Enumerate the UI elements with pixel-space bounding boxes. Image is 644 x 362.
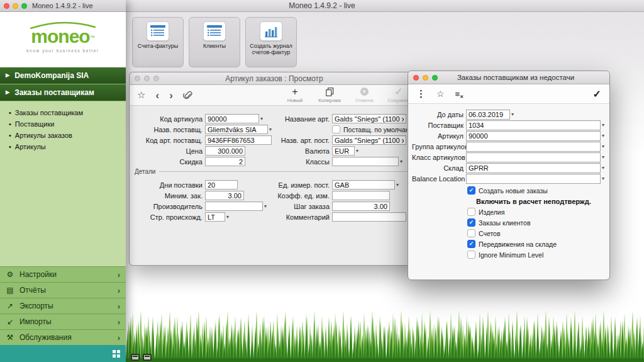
price-input[interactable] <box>205 146 245 156</box>
clear-filter-icon[interactable]: ≡✕ <box>455 89 460 99</box>
shortcut-clients-button[interactable]: Клиенты <box>189 17 240 67</box>
bar-chart-icon <box>260 21 282 41</box>
balance-location-input[interactable] <box>466 174 601 184</box>
unit-input[interactable] <box>332 180 395 189</box>
zoom-button[interactable] <box>153 76 159 81</box>
grid-icon[interactable] <box>113 350 120 358</box>
sidebar-bottom-menu: ⚙ Настройки › ▤ Отчёты › ↗ Экспорты › ↙ … <box>0 266 126 345</box>
article-code-input[interactable] <box>205 114 259 123</box>
dialog-toolbar: ⋮ ☆ ≡✕ ✓ <box>408 84 609 104</box>
menu-item-settings[interactable]: ⚙ Настройки › <box>0 266 126 282</box>
navigation-links: • Заказы поставщикам • Поставщики • Арти… <box>0 101 126 150</box>
copy-record-button[interactable]: Копирова <box>317 87 342 103</box>
article-window-title: Артикул заказов : Просмотр <box>130 74 419 83</box>
currency-input[interactable] <box>332 146 355 156</box>
stock-movements-checkbox[interactable]: ✓ <box>467 240 475 248</box>
close-button[interactable] <box>4 3 9 9</box>
dropdown-caret-icon[interactable]: ▾ <box>226 215 229 220</box>
shortcut-invoices-button[interactable]: Счета-фактуры <box>132 17 184 67</box>
navigator-titlebar: Moneo 1.4.9.2 - live <box>0 0 126 12</box>
paperclip-icon[interactable] <box>183 91 192 100</box>
minimized-window-icon[interactable] <box>143 354 152 361</box>
section-name: Заказы поставщикам <box>14 88 94 97</box>
menu-item-reports[interactable]: ▤ Отчёты › <box>0 282 126 298</box>
navigator-window: Moneo 1.4.9.2 - live moneo™ know your bu… <box>0 0 126 362</box>
close-button[interactable] <box>413 75 419 81</box>
sidebar-item-purchase-orders[interactable]: • Заказы поставщикам <box>9 109 126 116</box>
minimize-button[interactable] <box>13 3 18 9</box>
shortcut-label: Создать журнал счетов-фактур <box>246 43 296 56</box>
sidebar-bottom-bar <box>0 345 126 362</box>
article-name-input[interactable] <box>332 114 406 123</box>
supplier-article-code-input[interactable] <box>205 135 272 145</box>
dropdown-caret-icon[interactable]: ▾ <box>264 204 267 209</box>
article-group-input[interactable] <box>466 142 601 152</box>
products-checkbox[interactable]: ✓ <box>467 208 475 216</box>
chevron-right-icon: › <box>118 317 120 327</box>
until-date-input[interactable] <box>466 110 510 120</box>
order-step-input[interactable] <box>332 201 390 211</box>
service-icon: ⚒ <box>6 333 14 342</box>
invoices-checkbox[interactable]: ✓ <box>467 229 475 237</box>
shortcut-create-invoice-journal-button[interactable]: Создать журнал счетов-фактур <box>245 17 297 67</box>
dropdown-caret-icon[interactable]: ▾ <box>602 166 604 171</box>
dropdown-caret-icon[interactable]: ▾ <box>602 123 604 128</box>
menu-item-imports[interactable]: ↙ Импорты › <box>0 314 126 329</box>
supplier-name-input[interactable] <box>205 125 268 134</box>
favorite-star-icon[interactable]: ☆ <box>137 89 145 101</box>
section-arrow-icon: ▶ <box>6 90 9 95</box>
dropdown-caret-icon[interactable]: ▾ <box>260 116 263 122</box>
client-orders-checkbox[interactable]: ✓ <box>467 218 475 227</box>
supplier-article-name-input[interactable] <box>332 135 406 145</box>
origin-country-input[interactable] <box>205 212 225 222</box>
sidebar-item-articles[interactable]: • Артикулы <box>9 143 126 150</box>
dropdown-caret-icon[interactable]: ▾ <box>602 133 604 139</box>
close-button[interactable] <box>135 76 140 81</box>
field-label: Комментарий <box>273 213 332 221</box>
manufacturer-input[interactable] <box>205 201 263 211</box>
dropdown-caret-icon[interactable]: ▾ <box>602 176 604 181</box>
company-header[interactable]: ▶ DemoKompanija SIA <box>0 67 126 84</box>
dropdown-caret-icon[interactable]: ▾ <box>396 183 399 188</box>
sidebar-item-label: Поставщики <box>15 120 55 128</box>
new-record-button[interactable]: + Новый <box>282 87 308 103</box>
discount-input[interactable] <box>205 157 245 166</box>
dropdown-caret-icon[interactable]: ▾ <box>602 144 604 149</box>
zoom-button[interactable] <box>21 3 27 9</box>
favorite-star-icon[interactable]: ☆ <box>436 89 445 99</box>
sidebar-item-label: Артикулы <box>15 143 46 150</box>
client-orders-label: Заказы клиентов <box>479 219 530 227</box>
dropdown-caret-icon[interactable]: ▾ <box>269 127 272 132</box>
cancel-button[interactable]: ✕ Отмена <box>352 87 377 103</box>
dropdown-caret-icon[interactable]: ▾ <box>511 112 514 117</box>
article-input[interactable] <box>466 131 601 141</box>
unit-coefficient-input[interactable] <box>332 191 390 200</box>
delivery-days-input[interactable] <box>205 180 238 189</box>
sidebar-item-order-articles[interactable]: • Артикулы заказов <box>9 132 126 139</box>
default-supplier-checkbox[interactable]: ✓ <box>332 125 340 133</box>
menu-item-maintenance[interactable]: ⚒ Обслуживания › <box>0 329 126 345</box>
menu-item-label: Обслуживания <box>19 333 72 342</box>
create-new-orders-checkbox[interactable]: ✓ <box>467 186 475 195</box>
article-class-input[interactable] <box>466 152 601 162</box>
menu-ellipsis-icon[interactable]: ⋮ <box>416 88 426 99</box>
comment-input[interactable] <box>332 212 406 222</box>
menu-item-exports[interactable]: ↗ Экспорты › <box>0 298 126 314</box>
min-order-input[interactable] <box>205 191 244 200</box>
forward-icon[interactable]: › <box>169 90 173 101</box>
dropdown-caret-icon[interactable]: ▾ <box>356 149 358 154</box>
dropdown-caret-icon[interactable]: ▾ <box>602 155 604 160</box>
supplier-input[interactable] <box>466 120 601 130</box>
minimize-button[interactable] <box>144 76 150 81</box>
menu-item-label: Отчёты <box>19 286 46 295</box>
warehouse-input[interactable] <box>466 163 601 173</box>
dropdown-caret-icon[interactable]: ▾ <box>400 159 402 164</box>
back-icon[interactable]: ‹ <box>155 90 159 101</box>
section-header-purchase-orders[interactable]: ▶ Заказы поставщикам <box>0 84 126 101</box>
sidebar-item-suppliers[interactable]: • Поставщики <box>9 120 126 128</box>
minimized-window-icon[interactable] <box>131 354 140 361</box>
run-confirm-icon[interactable]: ✓ <box>593 88 601 100</box>
classes-input[interactable] <box>332 157 399 166</box>
ignore-minimum-level-checkbox[interactable]: ✓ <box>467 251 475 259</box>
checkmark-icon: ✓ <box>469 241 474 247</box>
